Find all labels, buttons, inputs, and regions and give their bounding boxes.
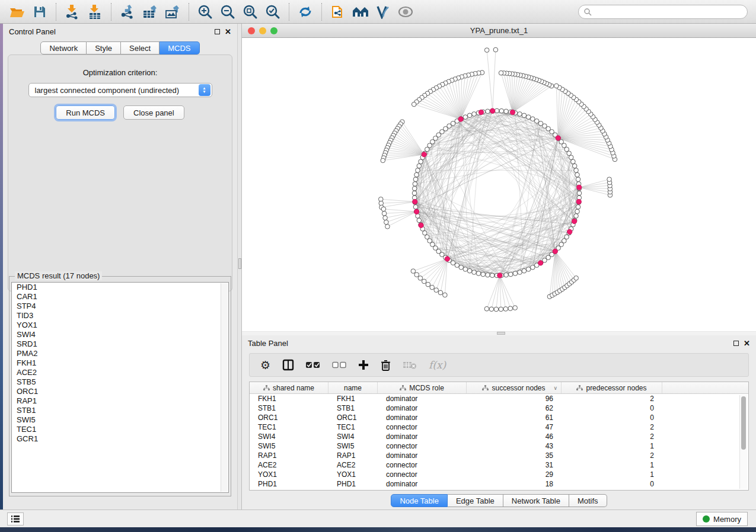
table-cell[interactable]: connector bbox=[378, 441, 467, 451]
list-item[interactable]: STB5 bbox=[12, 377, 228, 387]
import-network-button[interactable] bbox=[61, 2, 84, 22]
table-cell[interactable]: dominator bbox=[378, 451, 467, 460]
list-item[interactable]: SRD1 bbox=[12, 339, 228, 349]
network-title-bar[interactable]: YPA_prune.txt_1 bbox=[242, 24, 756, 38]
open-file-button[interactable] bbox=[6, 2, 28, 22]
task-history-button[interactable] bbox=[7, 512, 24, 525]
list-item[interactable]: RAP1 bbox=[12, 396, 228, 406]
list-item[interactable]: STB1 bbox=[12, 406, 228, 415]
table-cell[interactable]: 2 bbox=[562, 394, 662, 403]
table-cell[interactable]: connector bbox=[378, 422, 467, 432]
add-column-button[interactable] bbox=[358, 360, 369, 370]
table-cell[interactable]: 2 bbox=[562, 422, 662, 432]
table-cell[interactable]: 0 bbox=[562, 479, 662, 489]
table-cell[interactable]: TEC1 bbox=[328, 422, 378, 432]
tab-node-table[interactable]: Node Table bbox=[391, 494, 448, 507]
vizmapper-button[interactable] bbox=[372, 2, 394, 22]
tab-select[interactable]: Select bbox=[121, 41, 160, 55]
tab-network[interactable]: Network bbox=[40, 41, 87, 55]
scrollbar-thumb[interactable] bbox=[741, 396, 746, 450]
memory-button[interactable]: Memory bbox=[696, 512, 748, 526]
list-item[interactable]: GCR1 bbox=[12, 434, 228, 444]
table-settings-button[interactable]: ⚙ bbox=[260, 358, 270, 372]
list-item[interactable]: SWI5 bbox=[12, 415, 228, 425]
run-mcds-button[interactable]: Run MCDS bbox=[56, 105, 115, 120]
tab-motifs[interactable]: Motifs bbox=[569, 494, 607, 507]
table-cell[interactable]: FKH1 bbox=[328, 394, 378, 403]
table-cell[interactable]: SWI4 bbox=[328, 432, 378, 441]
list-item[interactable]: CAR1 bbox=[12, 292, 228, 302]
table-cell[interactable]: connector bbox=[378, 460, 467, 470]
table-cell[interactable]: 1 bbox=[562, 441, 662, 451]
zoom-selected-button[interactable] bbox=[261, 2, 284, 22]
zoom-out-button[interactable] bbox=[216, 2, 239, 22]
export-image-button[interactable] bbox=[161, 2, 184, 22]
table-row[interactable]: SWI5SWI5connector431 bbox=[250, 441, 748, 451]
deselect-all-button[interactable] bbox=[332, 361, 346, 368]
table-row[interactable]: ORC1ORC1dominator610 bbox=[250, 413, 748, 422]
column-layout-button[interactable] bbox=[282, 359, 294, 371]
table-cell[interactable]: ORC1 bbox=[250, 413, 328, 422]
list-item[interactable]: PMA2 bbox=[12, 349, 228, 358]
tab-edge-table[interactable]: Edge Table bbox=[448, 494, 503, 507]
function-builder-button[interactable]: f(x) bbox=[429, 359, 446, 371]
table-cell[interactable]: 47 bbox=[467, 422, 562, 432]
list-item[interactable]: YOX1 bbox=[12, 321, 228, 330]
sort-indicator-icon[interactable]: ∨ bbox=[553, 385, 557, 391]
table-cell[interactable]: ORC1 bbox=[328, 413, 378, 422]
table-row[interactable]: PHD1PHD1dominator180 bbox=[250, 479, 748, 489]
criterion-select[interactable]: largest connected component (undirected)… bbox=[28, 83, 212, 97]
toolbar-search[interactable] bbox=[578, 5, 748, 19]
list-item[interactable]: TID3 bbox=[12, 311, 228, 321]
table-row[interactable]: RAP1RAP1dominator352 bbox=[250, 451, 748, 460]
table-cell[interactable]: 0 bbox=[562, 413, 662, 422]
table-cell[interactable]: 1 bbox=[562, 460, 662, 470]
export-table-button[interactable] bbox=[139, 2, 161, 22]
table-cell[interactable]: YOX1 bbox=[250, 470, 328, 479]
table-row[interactable]: FKH1FKH1dominator962 bbox=[250, 394, 748, 403]
network-document-button[interactable] bbox=[327, 2, 349, 22]
table-cell[interactable]: 96 bbox=[467, 394, 562, 403]
tab-style[interactable]: Style bbox=[87, 41, 121, 55]
network-canvas[interactable] bbox=[242, 38, 756, 331]
table-cell[interactable]: 0 bbox=[562, 403, 662, 413]
table-cell[interactable]: SWI5 bbox=[250, 441, 328, 451]
refresh-layout-button[interactable] bbox=[294, 2, 317, 22]
result-scrollbar[interactable] bbox=[221, 283, 228, 492]
search-network-button[interactable] bbox=[349, 2, 372, 22]
table-cell[interactable]: TEC1 bbox=[250, 422, 328, 432]
list-item[interactable]: PHD1 bbox=[12, 283, 228, 292]
close-panel-icon[interactable]: ✕ bbox=[744, 341, 750, 346]
column-header-predecessor-nodes[interactable]: predecessor nodes bbox=[562, 382, 662, 393]
search-input[interactable] bbox=[592, 8, 747, 16]
table-row[interactable]: YOX1YOX1connector291 bbox=[250, 470, 748, 479]
list-item[interactable]: TEC1 bbox=[12, 425, 228, 434]
hide-selected-button[interactable] bbox=[394, 2, 417, 22]
table-cell[interactable]: dominator bbox=[378, 479, 467, 489]
table-cell[interactable]: STB1 bbox=[328, 403, 378, 413]
list-item[interactable]: ACE2 bbox=[12, 368, 228, 377]
table-cell[interactable]: dominator bbox=[378, 403, 467, 413]
vertical-splitter[interactable] bbox=[237, 24, 242, 509]
mcds-result-list[interactable]: PHD1CAR1STP4TID3YOX1SWI4SRD1PMA2FKH1ACE2… bbox=[11, 282, 229, 493]
table-cell[interactable]: PHD1 bbox=[328, 479, 378, 489]
table-cell[interactable]: 61 bbox=[467, 413, 562, 422]
table-cell[interactable]: FKH1 bbox=[250, 394, 328, 403]
select-all-button[interactable] bbox=[306, 361, 320, 368]
table-cell[interactable]: ACE2 bbox=[250, 460, 328, 470]
table-cell[interactable]: 62 bbox=[467, 403, 562, 413]
table-cell[interactable]: 2 bbox=[562, 451, 662, 460]
save-session-button[interactable] bbox=[28, 2, 51, 22]
delete-table-button[interactable] bbox=[403, 360, 417, 370]
table-row[interactable]: STB1STB1dominator620 bbox=[250, 403, 748, 413]
table-row[interactable]: ACE2ACE2connector311 bbox=[250, 460, 748, 470]
table-scrollbar[interactable] bbox=[739, 395, 747, 489]
list-item[interactable]: SWI4 bbox=[12, 330, 228, 339]
export-network-button[interactable] bbox=[116, 2, 139, 22]
list-item[interactable]: ORC1 bbox=[12, 387, 228, 396]
table-cell[interactable]: dominator bbox=[378, 394, 467, 403]
column-header-successor-nodes[interactable]: successor nodes∨ bbox=[467, 382, 562, 393]
table-cell[interactable]: connector bbox=[378, 470, 467, 479]
table-cell[interactable]: SWI4 bbox=[250, 432, 328, 441]
table-cell[interactable]: ACE2 bbox=[328, 460, 378, 470]
